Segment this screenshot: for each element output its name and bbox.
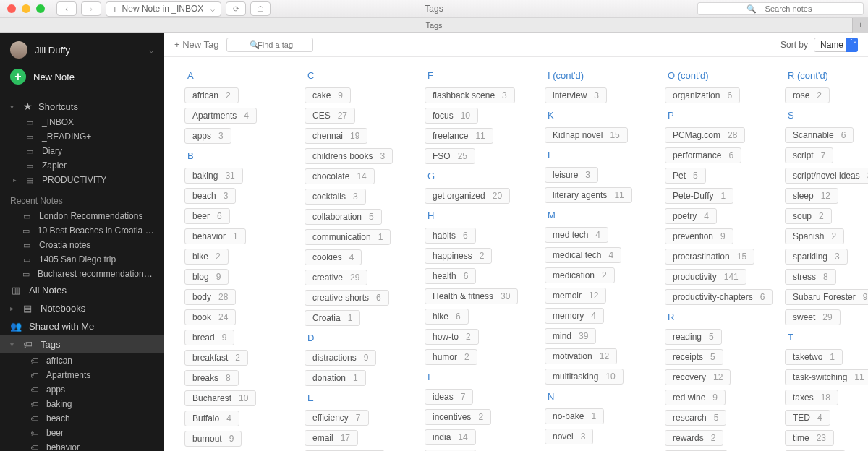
tag-pill[interactable]: time23 <box>785 430 834 446</box>
shortcut-folder-productivity[interactable]: ▤ PRODUCTIVITY <box>0 173 164 187</box>
zoom-icon[interactable] <box>36 4 45 13</box>
tag-pill[interactable]: PCMag.com28 <box>665 127 745 143</box>
tag-pill[interactable]: creative shorts6 <box>305 290 389 306</box>
tag-pill[interactable]: Scannable6 <box>785 127 854 143</box>
recent-note-item[interactable]: ▭10 Best Beaches in Croatia for Fa... <box>0 223 164 238</box>
tag-pill[interactable]: beer6 <box>184 208 230 224</box>
tag-pill[interactable]: Pete-Duffy1 <box>665 188 733 204</box>
tag-pill[interactable]: task-switching11 <box>785 369 868 385</box>
tag-pill[interactable]: habits6 <box>425 228 476 244</box>
sidebar-tag-item[interactable]: 🏷african <box>0 353 164 368</box>
sidebar-tag-item[interactable]: 🏷Apartments <box>0 368 164 382</box>
new-note-in-dropdown[interactable]: + New Note in _INBOX ⌵ <box>106 1 221 17</box>
tag-pill[interactable]: soup2 <box>785 208 832 224</box>
tag-pill[interactable]: chocolate14 <box>305 168 375 184</box>
tag-pill[interactable]: cake9 <box>305 87 351 103</box>
tag-pill[interactable]: FSO25 <box>425 148 475 164</box>
tag-pill[interactable]: happiness2 <box>425 248 492 264</box>
tag-pill[interactable]: receipts5 <box>665 349 723 365</box>
sidebar-item-shared[interactable]: 👥 Shared with Me <box>0 317 164 335</box>
tag-pill[interactable]: medication2 <box>545 267 615 283</box>
tab-tags[interactable]: Tags <box>425 21 442 30</box>
tag-pill[interactable]: memoir12 <box>545 288 606 304</box>
search-input[interactable] <box>697 2 864 15</box>
tag-pill[interactable]: rewards2 <box>665 430 723 446</box>
tag-pill[interactable]: beach3 <box>184 188 236 204</box>
shortcut-item[interactable]: ▭_READING+ <box>0 129 164 144</box>
tag-pill[interactable]: no-bake1 <box>545 408 604 424</box>
recent-note-item[interactable]: ▭Bucharest recommendations for v... <box>0 267 164 281</box>
tag-pill[interactable]: procrastination15 <box>665 249 754 265</box>
tag-pill[interactable]: Buffalo4 <box>184 411 239 426</box>
shortcuts-header[interactable]: ▾ ★ Shortcuts <box>0 98 164 115</box>
tag-pill[interactable]: african2 <box>184 87 239 103</box>
tag-pill[interactable]: humor2 <box>425 349 477 365</box>
tag-pill[interactable]: collaboration5 <box>305 209 382 225</box>
sidebar-item-notebooks[interactable]: ▸ ▤ Notebooks <box>0 299 164 317</box>
tag-pill[interactable]: creative29 <box>305 270 367 285</box>
new-tag-button[interactable]: + New Tag <box>174 39 219 50</box>
sidebar-tag-item[interactable]: 🏷beer <box>0 426 164 440</box>
tag-pill[interactable]: distractions9 <box>305 350 376 366</box>
tag-pill[interactable]: motivation12 <box>545 348 617 364</box>
tag-pill[interactable]: ideas7 <box>425 389 473 405</box>
tag-pill[interactable]: organization6 <box>665 87 740 103</box>
tag-pill[interactable]: health6 <box>425 268 476 284</box>
tag-pill[interactable]: sleep12 <box>785 188 838 204</box>
tag-pill[interactable]: incentives2 <box>425 409 491 425</box>
sidebar-item-all-notes[interactable]: ▥ All Notes <box>0 281 164 299</box>
tag-pill[interactable]: reading5 <box>665 329 722 345</box>
tag-pill[interactable]: focus10 <box>425 108 478 124</box>
close-icon[interactable] <box>7 4 16 13</box>
tag-pill[interactable]: blog9 <box>184 269 229 285</box>
tag-pill[interactable]: book24 <box>184 309 236 325</box>
shortcut-item[interactable]: ▭Diary <box>0 144 164 158</box>
tag-pill[interactable]: body28 <box>184 289 236 305</box>
tag-pill[interactable]: Croatia1 <box>305 310 360 326</box>
shortcut-item[interactable]: ▭Zapier <box>0 158 164 173</box>
new-note-button[interactable]: + New Note <box>0 63 164 95</box>
tag-pill[interactable]: breaks8 <box>184 370 239 386</box>
tag-pill[interactable]: research5 <box>665 410 726 426</box>
find-tag-input[interactable] <box>226 38 313 52</box>
tag-pill[interactable]: TED4 <box>785 410 830 426</box>
sidebar-tag-item[interactable]: 🏷beach <box>0 411 164 426</box>
tag-pill[interactable]: script7 <box>785 147 833 163</box>
tag-pill[interactable]: india14 <box>425 429 476 445</box>
tag-pill[interactable]: poetry4 <box>665 208 717 224</box>
tag-pill[interactable]: baking31 <box>184 168 243 184</box>
tag-pill[interactable]: novel3 <box>545 429 593 444</box>
sidebar-tag-item[interactable]: 🏷apps <box>0 382 164 397</box>
tag-pill[interactable]: behavior1 <box>184 228 246 244</box>
tag-pill[interactable]: Spanish2 <box>785 228 844 244</box>
tag-pill[interactable]: multitasking10 <box>545 369 624 385</box>
recent-note-item[interactable]: ▭Croatia notes <box>0 238 164 252</box>
tag-pill[interactable]: productivity141 <box>665 269 746 285</box>
tag-pill[interactable]: hike6 <box>425 309 469 325</box>
tag-pill[interactable]: donation1 <box>305 370 366 386</box>
tag-pill[interactable]: script/novel ideas3 <box>785 168 868 184</box>
tag-pill[interactable]: taxes18 <box>785 390 838 405</box>
recent-note-item[interactable]: ▭1405 San Diego trip <box>0 252 164 267</box>
forward-button[interactable]: › <box>81 1 101 16</box>
back-button[interactable]: ‹ <box>56 1 77 16</box>
tag-pill[interactable]: mind39 <box>545 328 596 344</box>
tag-pill[interactable]: flashback scene3 <box>425 87 515 103</box>
tag-pill[interactable]: how-to2 <box>425 329 479 345</box>
sidebar-tag-item[interactable]: 🏷baking <box>0 397 164 411</box>
tag-pill[interactable]: literary agents11 <box>545 187 632 203</box>
tag-pill[interactable]: apps3 <box>184 128 231 144</box>
tag-pill[interactable]: productivity-chapters6 <box>665 289 773 305</box>
tag-pill[interactable]: Apartments4 <box>184 108 257 124</box>
tag-pill[interactable]: taketwo1 <box>785 349 843 365</box>
tag-pill[interactable]: medical tech4 <box>545 247 621 263</box>
tag-pill[interactable]: performance6 <box>665 147 741 163</box>
tag-pill[interactable]: med tech4 <box>545 227 608 243</box>
tag-pill[interactable]: chennai19 <box>305 128 367 144</box>
tag-pill[interactable]: prevention9 <box>665 228 733 244</box>
sort-by-select[interactable]: Name <box>814 38 858 52</box>
shortcut-item[interactable]: ▭_INBOX <box>0 115 164 129</box>
activity-button[interactable]: ☖ <box>250 1 271 16</box>
tag-pill[interactable]: bike2 <box>184 249 229 265</box>
tag-pill[interactable]: sparkling3 <box>785 249 848 265</box>
